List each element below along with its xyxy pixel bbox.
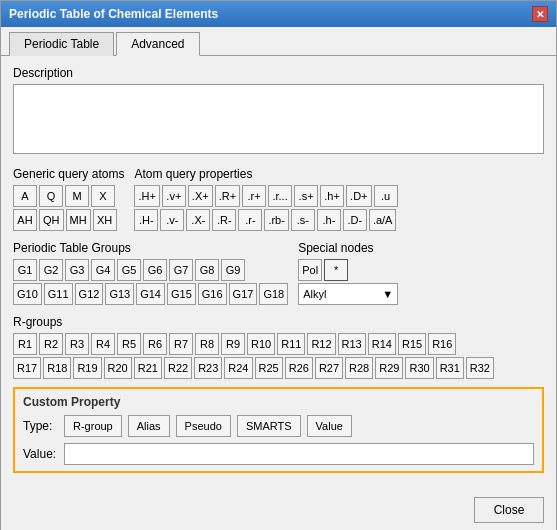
btn-R4[interactable]: R4 [91,333,115,355]
tab-advanced[interactable]: Advanced [116,32,199,56]
footer: Close [1,491,556,530]
btn-R2[interactable]: R2 [39,333,63,355]
btn-R32[interactable]: R32 [466,357,494,379]
btn-R20[interactable]: R20 [104,357,132,379]
btn-v-[interactable]: .v- [160,209,184,231]
advanced-panel: Description Generic query atoms A Q M X … [1,56,556,491]
description-textarea[interactable] [13,84,544,154]
close-button[interactable]: Close [474,497,544,523]
btn-G9[interactable]: G9 [221,259,245,281]
btn-R16[interactable]: R16 [428,333,456,355]
btn-R30[interactable]: R30 [405,357,433,379]
btn-R27[interactable]: R27 [315,357,343,379]
btn-G15[interactable]: G15 [167,283,196,305]
generic-row2: AH QH MH XH [13,209,124,231]
tab-periodic-table[interactable]: Periodic Table [9,32,114,56]
btn-smarts-type[interactable]: SMARTS [237,415,301,437]
description-label: Description [13,66,544,80]
groups-special-section: Periodic Table Groups G1 G2 G3 G4 G5 G6 … [13,241,544,307]
btn-aA[interactable]: .a/A [369,209,397,231]
btn-R6[interactable]: R6 [143,333,167,355]
btn-alias-type[interactable]: Alias [128,415,170,437]
btn-R12[interactable]: R12 [307,333,335,355]
btn-G7[interactable]: G7 [169,259,193,281]
btn-R11[interactable]: R11 [277,333,305,355]
btn-G1[interactable]: G1 [13,259,37,281]
btn-pseudo-type[interactable]: Pseudo [176,415,231,437]
btn-G11[interactable]: G11 [44,283,73,305]
value-input[interactable] [64,443,534,465]
btn-X[interactable]: X [91,185,115,207]
btn-R10[interactable]: R10 [247,333,275,355]
btn-D-[interactable]: .D- [343,209,367,231]
btn-R24[interactable]: R24 [224,357,252,379]
btn-R7[interactable]: R7 [169,333,193,355]
btn-G2[interactable]: G2 [39,259,63,281]
close-icon[interactable]: ✕ [532,6,548,22]
btn-R15[interactable]: R15 [398,333,426,355]
btn-XH[interactable]: XH [93,209,117,231]
btn-G6[interactable]: G6 [143,259,167,281]
btn-X-[interactable]: .X- [186,209,210,231]
btn-R17[interactable]: R17 [13,357,41,379]
btn-rgroup-type[interactable]: R-group [64,415,122,437]
btn-G17[interactable]: G17 [229,283,258,305]
btn-G5[interactable]: G5 [117,259,141,281]
btn-r-[interactable]: .r- [238,209,262,231]
btn-r...[interactable]: .r... [268,185,292,207]
btn-R28[interactable]: R28 [345,357,373,379]
btn-h+[interactable]: .h+ [320,185,344,207]
btn-R25[interactable]: R25 [255,357,283,379]
btn-R3[interactable]: R3 [65,333,89,355]
btn-R5[interactable]: R5 [117,333,141,355]
btn-asterisk[interactable]: * [324,259,348,281]
btn-R9[interactable]: R9 [221,333,245,355]
btn-rb-[interactable]: .rb- [264,209,289,231]
btn-G13[interactable]: G13 [105,283,134,305]
btn-R29[interactable]: R29 [375,357,403,379]
special-nodes-col: Special nodes Pol * Alkyl ▼ [298,241,544,307]
btn-H+[interactable]: .H+ [134,185,159,207]
btn-MH[interactable]: MH [66,209,91,231]
btn-R-[interactable]: .R- [212,209,236,231]
btn-R+[interactable]: .R+ [215,185,240,207]
btn-G3[interactable]: G3 [65,259,89,281]
btn-G12[interactable]: G12 [75,283,104,305]
tab-bar: Periodic Table Advanced [1,27,556,56]
btn-v+[interactable]: .v+ [162,185,186,207]
btn-r+[interactable]: .r+ [242,185,266,207]
btn-G4[interactable]: G4 [91,259,115,281]
btn-QH[interactable]: QH [39,209,64,231]
btn-R23[interactable]: R23 [194,357,222,379]
window-title: Periodic Table of Chemical Elements [9,7,218,21]
btn-R19[interactable]: R19 [73,357,101,379]
btn-Pol[interactable]: Pol [298,259,322,281]
btn-X+[interactable]: .X+ [188,185,213,207]
btn-s+[interactable]: .s+ [294,185,318,207]
btn-R22[interactable]: R22 [164,357,192,379]
btn-H-[interactable]: .H- [134,209,158,231]
alkyl-dropdown[interactable]: Alkyl ▼ [298,283,398,305]
btn-R26[interactable]: R26 [285,357,313,379]
btn-G8[interactable]: G8 [195,259,219,281]
btn-AH[interactable]: AH [13,209,37,231]
btn-M[interactable]: M [65,185,89,207]
btn-R21[interactable]: R21 [134,357,162,379]
btn-R1[interactable]: R1 [13,333,37,355]
btn-G14[interactable]: G14 [136,283,165,305]
btn-A[interactable]: A [13,185,37,207]
btn-s-[interactable]: .s- [291,209,315,231]
btn-value-type[interactable]: Value [307,415,352,437]
btn-Q[interactable]: Q [39,185,63,207]
btn-R8[interactable]: R8 [195,333,219,355]
btn-R18[interactable]: R18 [43,357,71,379]
btn-R13[interactable]: R13 [338,333,366,355]
btn-R31[interactable]: R31 [436,357,464,379]
btn-D+[interactable]: .D+ [346,185,371,207]
btn-G10[interactable]: G10 [13,283,42,305]
btn-u[interactable]: .u [374,185,398,207]
btn-h-[interactable]: .h- [317,209,341,231]
btn-G18[interactable]: G18 [259,283,288,305]
btn-R14[interactable]: R14 [368,333,396,355]
btn-G16[interactable]: G16 [198,283,227,305]
